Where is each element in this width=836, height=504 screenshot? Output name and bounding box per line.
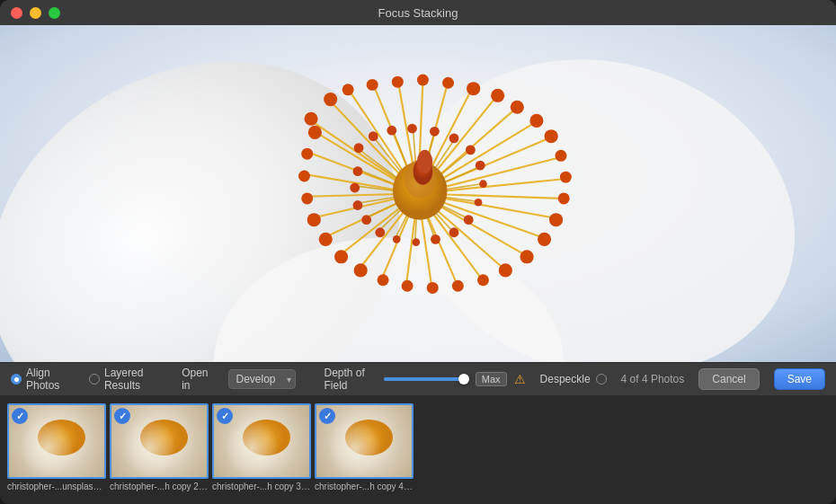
svg-point-53 [520,250,534,263]
svg-point-91 [407,124,417,134]
svg-point-95 [476,161,485,171]
checkmark-1 [114,408,130,424]
svg-point-49 [560,172,572,183]
photo-count: 4 of 4 Photos [621,373,685,385]
svg-point-57 [427,282,439,294]
svg-point-102 [393,235,401,243]
svg-point-38 [342,84,354,95]
svg-point-61 [334,250,348,263]
svg-point-60 [354,263,368,277]
svg-point-88 [354,143,364,153]
title-bar: Focus Stacking [0,0,836,25]
svg-point-90 [387,126,396,136]
cancel-button[interactable]: Cancel [698,368,759,390]
filename-3: christopher-...h copy 4.jpg [315,482,414,491]
svg-point-67 [308,126,322,139]
svg-point-97 [475,199,483,207]
svg-point-100 [431,234,440,244]
svg-point-51 [549,213,563,226]
svg-point-59 [378,274,389,286]
svg-point-64 [301,192,313,204]
svg-point-54 [499,263,512,277]
thumbnail-2[interactable] [212,403,311,479]
depth-slider-fill [384,377,468,381]
save-button[interactable]: Save [774,368,825,390]
svg-point-55 [477,274,489,286]
checkmark-3 [319,408,335,424]
svg-point-44 [491,89,504,102]
svg-point-41 [417,74,429,85]
svg-point-106 [350,183,360,193]
open-in-label: Open in [182,367,213,392]
depth-slider-thumb[interactable] [458,374,469,385]
svg-point-50 [558,192,570,204]
main-preview [0,25,836,362]
layered-results-label: Layered Results [104,367,167,392]
thumbnail-3[interactable] [315,403,414,479]
depth-of-field-section: Depth of Field Max ⚠ [325,367,526,392]
despeckle-section: Despeckle [540,373,607,385]
svg-point-48 [555,150,566,162]
svg-point-45 [511,101,524,114]
svg-point-89 [369,131,378,141]
filename-2: christopher-...h copy 3.jpg [212,482,311,491]
filmstrip-item-2[interactable]: christopher-...h copy 3.jpg [212,403,311,491]
filmstrip-item-3[interactable]: christopher-...h copy 4.jpg [315,403,414,491]
svg-point-36 [304,112,317,126]
svg-point-52 [538,233,551,246]
filename-1: christopher-...h copy 2.jpg [110,482,209,491]
develop-dropdown[interactable]: Develop [228,369,296,389]
svg-point-42 [442,77,454,89]
filmstrip-item-0[interactable]: christopher-...unsplash.jpg [7,403,106,491]
svg-point-103 [375,227,385,237]
svg-point-93 [449,133,459,143]
maximize-button[interactable] [49,7,60,19]
align-photos-radio[interactable] [11,374,22,385]
svg-point-37 [324,93,337,106]
svg-point-99 [449,227,459,237]
checkmark-0 [12,408,28,424]
layered-results-radio[interactable] [89,374,100,385]
filmstrip: christopher-...unsplash.jpg christopher-… [0,396,836,504]
despeckle-label: Despeckle [540,373,591,385]
svg-point-46 [529,114,543,128]
svg-point-101 [413,238,421,246]
minimize-button[interactable] [30,7,41,19]
svg-point-96 [479,180,487,188]
svg-point-63 [307,213,321,226]
svg-point-43 [467,82,480,95]
depth-of-field-label: Depth of Field [325,367,377,392]
svg-point-111 [417,150,432,173]
window-controls [11,7,60,19]
focus-stacking-window: Focus Stacking [0,0,836,504]
svg-point-98 [464,215,474,225]
svg-point-65 [298,171,310,182]
svg-point-66 [301,148,313,160]
svg-point-39 [367,79,378,91]
filmstrip-item-1[interactable]: christopher-...h copy 2.jpg [110,403,209,491]
develop-dropdown-wrapper[interactable]: Develop ▾ [228,369,296,389]
svg-point-56 [452,280,464,292]
warning-icon: ⚠ [514,372,526,386]
svg-point-62 [319,233,333,246]
max-badge[interactable]: Max [476,372,507,386]
align-photos-option[interactable]: Align Photos [11,367,75,392]
thumbnail-1[interactable] [110,403,209,479]
filename-0: christopher-...unsplash.jpg [7,482,106,491]
layered-results-option[interactable]: Layered Results [89,367,167,392]
window-title: Focus Stacking [378,6,458,20]
checkmark-2 [217,408,233,424]
svg-point-92 [430,127,440,137]
svg-point-105 [353,200,363,210]
flower-preview-image [0,25,836,362]
depth-slider-track[interactable] [384,377,468,381]
despeckle-checkbox[interactable] [596,374,607,385]
thumbnail-0[interactable] [7,403,106,479]
svg-point-47 [545,129,558,143]
close-button[interactable] [11,7,22,19]
svg-point-40 [392,76,404,88]
align-photos-label: Align Photos [26,367,75,392]
svg-point-104 [361,215,371,225]
toolbar: Align Photos Layered Results Open in Dev… [0,362,836,396]
svg-point-58 [402,280,414,292]
